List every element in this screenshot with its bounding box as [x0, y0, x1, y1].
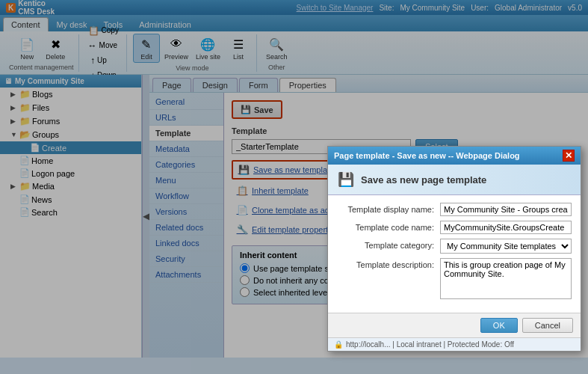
dialog-footer: OK Cancel: [328, 313, 581, 337]
dialog-header-icon: 💾: [337, 171, 355, 188]
dialog-header-title: Save as new page template: [361, 174, 486, 186]
dialog-titlebar: Page template - Save as new -- Webpage D…: [328, 147, 581, 165]
code-name-input[interactable]: [440, 221, 572, 234]
display-name-input[interactable]: [440, 203, 572, 216]
code-name-value: [440, 221, 572, 234]
dialog-titlebar-text: Page template - Save as new -- Webpage D…: [334, 151, 520, 160]
description-row: Template description: This is group crea…: [337, 258, 572, 301]
lock-icon: 🔒: [334, 340, 343, 349]
description-textarea[interactable]: This is group creation page of My Commun…: [440, 258, 572, 299]
dialog-close-button[interactable]: ✕: [563, 150, 575, 162]
category-row: Template category: My Community Site tem…: [337, 239, 572, 254]
dialog-cancel-button[interactable]: Cancel: [522, 318, 573, 333]
display-name-value: [440, 203, 572, 216]
display-name-row: Template display name:: [337, 203, 572, 216]
dialog-body: Template display name: Template code nam…: [328, 195, 581, 313]
category-label: Template category:: [337, 239, 434, 250]
description-value: This is group creation page of My Commun…: [440, 258, 572, 301]
category-value: My Community Site templates: [440, 239, 572, 254]
dialog-overlay: Page template - Save as new -- Webpage D…: [0, 0, 588, 374]
dialog-header: 💾 Save as new page template: [328, 165, 581, 195]
dialog-status-bar: 🔒 http://localh... | Local intranet | Pr…: [328, 337, 581, 351]
status-text: http://localh... | Local intranet | Prot…: [346, 340, 514, 349]
dialog-ok-button[interactable]: OK: [480, 318, 518, 333]
display-name-label: Template display name:: [337, 203, 434, 214]
code-name-label: Template code name:: [337, 221, 434, 232]
save-as-new-dialog: Page template - Save as new -- Webpage D…: [327, 146, 581, 352]
category-select[interactable]: My Community Site templates: [440, 239, 572, 254]
description-label: Template description:: [337, 258, 434, 269]
code-name-row: Template code name:: [337, 221, 572, 234]
